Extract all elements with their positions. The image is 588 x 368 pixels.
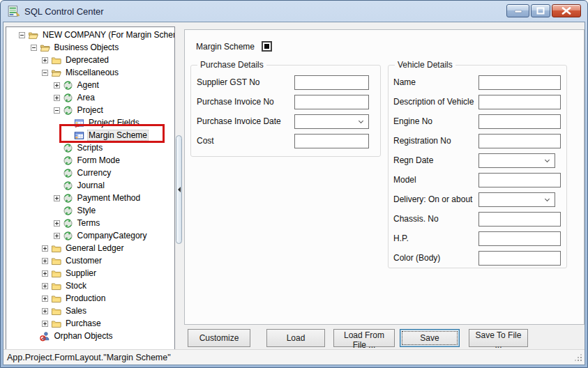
folder-open-icon [51,68,61,78]
expand-toggle-icon[interactable] [19,32,25,38]
form-field-row: Chassis. No [389,212,566,227]
tree-item-journal[interactable]: Journal [6,179,174,192]
model-input[interactable] [478,173,561,187]
purchase-invoice-date-label: Purchase Invoice Date [197,114,281,129]
form-field-row: Cost [191,134,380,148]
expand-toggle-icon[interactable] [42,283,48,289]
close-button[interactable] [552,4,581,17]
regn-date-dropdown[interactable] [478,153,555,168]
supplier-gst-no-label: Supplier GST No [197,75,260,90]
tree-item-business-objects[interactable]: Business Objects [6,41,174,54]
purchase-invoice-no-input[interactable] [294,95,369,109]
tree-item-payment-method[interactable]: Payment Method [6,192,174,204]
folder-open-icon [40,43,50,53]
globe-icon [63,181,73,191]
tree-item-area[interactable]: Area [6,91,174,104]
cost-label: Cost [197,134,214,148]
tree-item-general-ledger[interactable]: General Ledger [6,242,174,254]
tree-item-scripts[interactable]: Scripts [6,141,174,154]
form-field-row: Purchase Invoice No [191,95,380,109]
load-button[interactable]: Load [266,329,325,347]
expand-toggle-icon[interactable] [42,321,48,327]
tree-item-purchase[interactable]: Purchase [6,317,174,330]
tree-item-deprecated[interactable]: Deprecated [6,54,174,66]
save-button[interactable]: Save [400,329,460,347]
tree-item-label: Miscellaneous [64,67,120,78]
tree-item-miscellaneous[interactable]: Miscellaneous [6,66,174,79]
customize-button[interactable]: Customize [188,329,250,347]
tree-item-style[interactable]: Style [6,204,174,217]
description-of-vehicle-input[interactable] [478,95,561,109]
window-controls [506,4,581,17]
expand-toggle-icon[interactable] [42,308,48,314]
folder-closed-icon [51,319,61,329]
maximize-button[interactable] [531,4,550,17]
splitter-collapse-handle[interactable] [176,135,182,244]
globe-icon [63,93,73,103]
resize-grip[interactable] [573,353,582,362]
expand-toggle-icon[interactable] [54,195,60,201]
expand-toggle-icon[interactable] [42,270,48,277]
tree-item-label: Payment Method [76,192,142,204]
expand-toggle-icon[interactable] [42,245,48,252]
expand-toggle-icon[interactable] [42,258,48,264]
expand-toggle-icon[interactable] [54,107,60,114]
tree-item-project[interactable]: Project [6,104,174,116]
expand-toggle-icon[interactable] [54,233,60,239]
purchase-invoice-date-dropdown[interactable] [294,114,369,129]
name-input[interactable] [478,75,561,90]
expand-toggle-icon[interactable] [54,95,60,101]
expand-toggle-icon[interactable] [31,45,37,51]
minimize-button[interactable] [506,4,529,17]
supplier-gst-no-input[interactable] [294,75,369,90]
tree-item-companycategory[interactable]: CompanyCategory [6,229,174,242]
expand-toggle-icon[interactable] [42,57,48,63]
chassis-no-input[interactable] [478,212,561,227]
tree-item-margin-scheme[interactable]: Margin Scheme [6,129,174,141]
table-blue-icon [74,130,84,141]
globe-icon [63,193,73,204]
expand-toggle-icon[interactable] [54,82,60,89]
color-body-label: Color (Body) [393,251,440,266]
registration-no-label: Registration No [393,134,451,148]
registration-no-input[interactable] [478,134,561,148]
form-field-row: Registration No [389,134,566,148]
form-field-row: Model [389,173,566,187]
tree-item-sales[interactable]: Sales [6,305,174,317]
tree-item-agent[interactable]: Agent [6,79,174,91]
globe-icon [63,80,73,91]
tree-item-customer[interactable]: Customer [6,254,174,267]
folder-closed-icon [51,256,61,266]
delivery-on-or-about-dropdown[interactable] [478,192,555,207]
engine-no-input[interactable] [478,114,561,129]
tree-item-label: Margin Scheme [87,130,149,141]
cost-input[interactable] [294,134,369,148]
vehicle-details-group: Vehicle Details Name Description of Vehi… [388,65,567,268]
tree-item-stock[interactable]: Stock [6,279,174,292]
tree-item-label: Area [76,92,96,103]
form-field-row: Description of Vehicle [389,95,566,109]
expand-toggle-icon[interactable] [42,296,48,302]
tree-item-supplier[interactable]: Supplier [6,267,174,279]
tree-item-label: Terms [76,217,102,229]
tree-item-currency[interactable]: Currency [6,167,174,179]
expand-toggle-icon[interactable] [54,220,60,227]
color-body-input[interactable] [478,251,561,266]
tree-item-project-fields[interactable]: Project Fields [6,116,174,129]
maximize-icon [536,7,545,15]
expand-toggle-icon[interactable] [42,70,48,76]
h-p-input[interactable] [478,231,561,246]
form-header: Margin Scheme [196,41,272,52]
titlebar[interactable]: SQL Control Center [1,1,587,22]
tree-item-production[interactable]: Production [6,292,174,305]
tree-item-new-company-for-margin-scheme[interactable]: NEW COMPANY (For Margin Scheme [6,29,174,41]
globe-icon [63,105,73,116]
engine-no-label: Engine No [393,114,432,129]
form-field-row: Name [389,75,566,90]
tree-item-orphan-objects[interactable]: Orphan Objects [6,330,174,342]
tree-item-form-mode[interactable]: Form Mode [6,154,174,167]
margin-scheme-checkbox[interactable] [262,41,272,52]
tree-item-terms[interactable]: Terms [6,217,174,229]
save-to-file-button[interactable]: Save To File ... [469,329,528,347]
load-from-file-button[interactable]: Load From File ... [333,329,395,347]
